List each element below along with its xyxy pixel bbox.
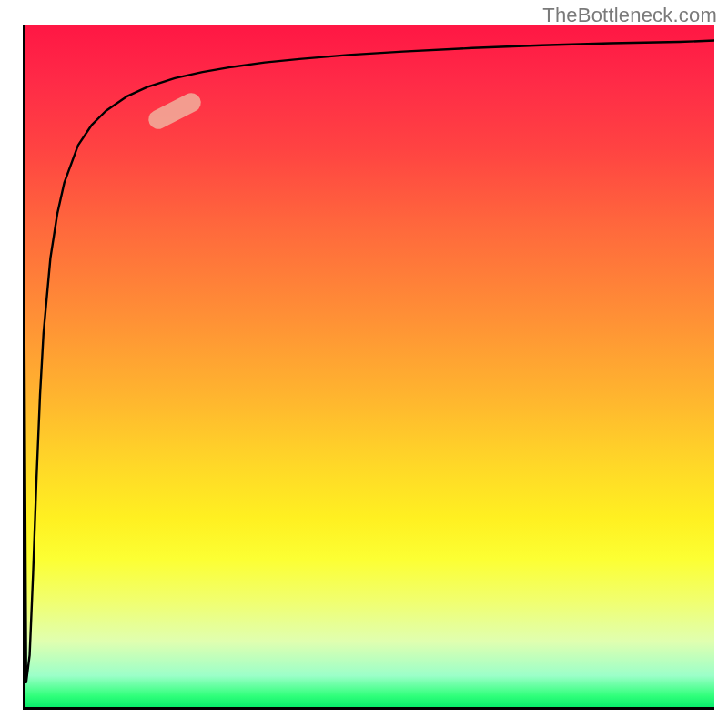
chart-curve — [23, 25, 714, 710]
chart-plot-area — [23, 25, 714, 710]
attribution-text: TheBottleneck.com — [542, 4, 717, 27]
